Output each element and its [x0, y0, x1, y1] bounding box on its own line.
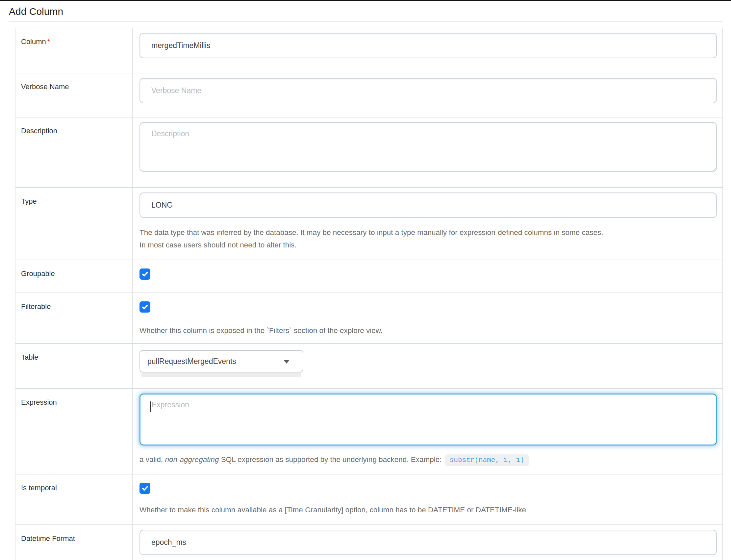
form-row-type: Type The data type that was inferred by …: [15, 187, 722, 260]
type-label: Type: [15, 188, 133, 260]
expression-textarea[interactable]: [139, 394, 717, 445]
form-row-description: Description: [15, 117, 722, 187]
column-label: Column*: [15, 28, 133, 73]
description-label: Description: [15, 117, 133, 187]
form-row-verbose-name: Verbose Name: [15, 73, 722, 117]
check-icon: [141, 484, 149, 492]
filterable-input-cell: Whether this column is exposed in the `F…: [133, 293, 722, 343]
expression-textarea-wrap: [139, 394, 717, 445]
type-help: The data type that was inferred by the d…: [139, 226, 717, 251]
form-row-column: Column*: [15, 28, 722, 73]
filterable-help: Whether this column is exposed in the `F…: [139, 324, 716, 337]
check-icon: [141, 270, 149, 278]
column-input-cell: [133, 28, 723, 73]
type-input-cell: The data type that was inferred by the d…: [133, 188, 723, 260]
is-temporal-help: Whether to make this column available as…: [139, 504, 716, 516]
datetime-format-label: Datetime Format: [15, 525, 133, 560]
table-select[interactable]: pullRequestMergedEvents: [139, 350, 303, 372]
expression-help-prefix: a valid,: [139, 455, 165, 464]
table-select-value: pullRequestMergedEvents: [147, 357, 236, 366]
table-label: Table: [15, 344, 133, 388]
column-input[interactable]: [139, 33, 717, 58]
groupable-input-cell: [133, 260, 722, 293]
required-asterisk: *: [47, 38, 50, 46]
form-row-filterable: Filterable Whether this column is expose…: [15, 293, 722, 343]
table-input-cell: pullRequestMergedEvents: [133, 344, 722, 388]
filterable-label: Filterable: [15, 293, 133, 343]
expression-help-middle: SQL expression as supported by the under…: [219, 455, 443, 464]
form-row-expression: Expression a valid, non-aggregating SQL …: [15, 388, 722, 474]
expression-help: a valid, non-aggregating SQL expression …: [139, 453, 717, 467]
type-help-line2: In most case users should not need to al…: [139, 239, 717, 251]
verbose-name-label: Verbose Name: [15, 73, 133, 117]
description-textarea[interactable]: [139, 122, 717, 172]
expression-input-cell: a valid, non-aggregating SQL expression …: [133, 389, 723, 474]
datetime-format-input[interactable]: [139, 530, 717, 555]
verbose-name-input-cell: [133, 73, 723, 117]
is-temporal-checkbox[interactable]: [139, 483, 150, 494]
add-column-form: Column* Verbose Name Description Type Th…: [15, 28, 723, 560]
filterable-checkbox[interactable]: [139, 301, 150, 313]
is-temporal-input-cell: Whether to make this column available as…: [133, 474, 722, 524]
expression-help-emphasis: non-aggregating: [165, 455, 219, 464]
form-row-groupable: Groupable: [15, 260, 722, 293]
form-row-datetime-format: Datetime Format: [15, 524, 722, 560]
groupable-checkbox[interactable]: [139, 268, 150, 280]
groupable-label: Groupable: [15, 260, 133, 293]
verbose-name-input[interactable]: [139, 78, 717, 103]
inline-code: substr(name, 1, 1): [445, 454, 529, 466]
type-input[interactable]: [139, 192, 717, 218]
page-title: Add Column: [9, 6, 731, 17]
expression-label: Expression: [15, 389, 133, 474]
type-help-line1: The data type that was inferred by the d…: [139, 226, 717, 239]
title-divider: [9, 21, 722, 22]
is-temporal-label: Is temporal: [15, 474, 133, 524]
check-icon: [141, 303, 149, 311]
description-input-cell: [133, 117, 723, 187]
form-row-is-temporal: Is temporal Whether to make this column …: [15, 474, 722, 524]
chevron-down-icon: [284, 360, 290, 364]
datetime-format-input-cell: [133, 525, 723, 560]
form-row-table: Table pullRequestMergedEvents: [15, 343, 722, 388]
column-label-text: Column: [21, 38, 46, 46]
